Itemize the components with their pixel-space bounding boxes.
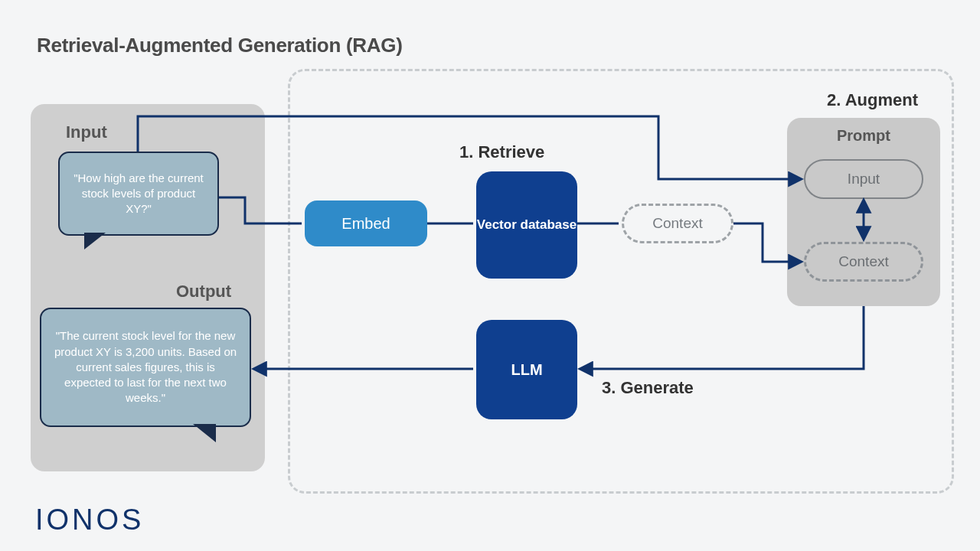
retrieved-context-node: Context (622, 204, 733, 243)
input-text: "How high are the current stock levels o… (70, 171, 207, 217)
step-retrieve-label: 1. Retrieve (459, 142, 544, 162)
output-text: "The current stock level for the new pro… (52, 328, 239, 406)
prompt-panel-title: Prompt (837, 127, 890, 145)
prompt-context-slot: Context (804, 242, 923, 282)
llm-node: LLM (476, 320, 577, 419)
output-speech-bubble: "The current stock level for the new pro… (40, 308, 251, 427)
step-augment-label: 2. Augment (827, 90, 918, 110)
diagram-title: Retrieval-Augmented Generation (RAG) (37, 34, 403, 57)
output-heading: Output (176, 282, 231, 302)
step-generate-label: 3. Generate (602, 378, 694, 398)
embed-node: Embed (305, 201, 427, 246)
prompt-context-label: Context (838, 253, 888, 270)
vector-database-node: Vector database (476, 171, 577, 279)
input-speech-bubble: "How high are the current stock levels o… (58, 152, 219, 236)
ionos-logo: IONOS (35, 504, 144, 536)
input-heading: Input (66, 122, 107, 142)
prompt-panel: Prompt Input Context (787, 118, 940, 306)
prompt-input-slot: Input (804, 159, 923, 199)
prompt-input-label: Input (848, 171, 880, 187)
